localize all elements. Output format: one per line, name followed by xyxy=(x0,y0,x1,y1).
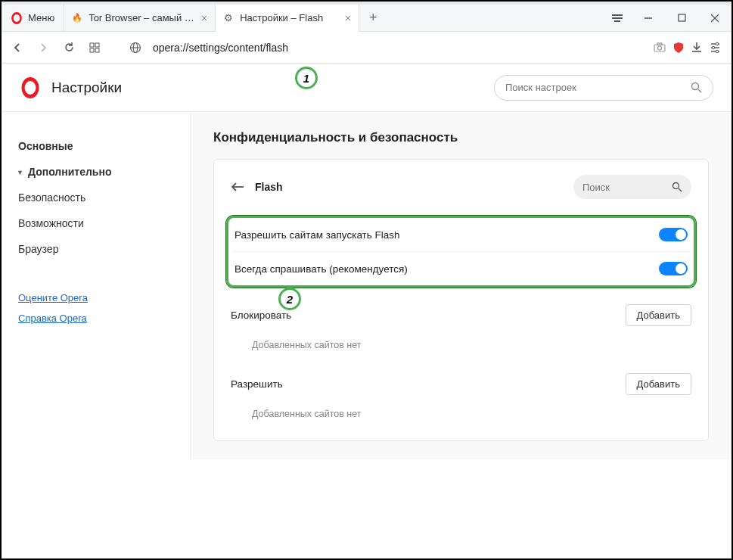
reload-icon xyxy=(64,42,75,53)
opera-logo-icon xyxy=(11,12,23,24)
toggle-switch[interactable] xyxy=(659,228,688,241)
svg-rect-6 xyxy=(90,48,94,52)
adblock-button[interactable] xyxy=(673,42,684,54)
annotation-marker-1: 1 xyxy=(295,67,318,89)
sidebar-link-rate[interactable]: Оцените Opera xyxy=(18,288,173,308)
tor-favicon-icon: 🔥 xyxy=(72,13,82,23)
titlebar: Меню 🔥 Tor Browser – самый защи × ⚙ Наст… xyxy=(2,5,731,32)
opera-logo-large-icon xyxy=(20,77,41,98)
svg-point-21 xyxy=(716,50,719,53)
svg-line-26 xyxy=(679,188,682,191)
chevron-right-icon xyxy=(38,42,48,53)
close-tab-icon[interactable]: × xyxy=(201,12,207,24)
maximize-icon xyxy=(678,14,686,22)
chevron-left-icon xyxy=(12,42,23,53)
site-info-icon[interactable] xyxy=(126,38,145,58)
svg-rect-4 xyxy=(90,43,94,47)
arrow-left-icon xyxy=(231,182,244,192)
address-bar: opera://settings/content/flash xyxy=(2,32,731,64)
svg-point-25 xyxy=(673,183,679,189)
settings-search-input[interactable] xyxy=(505,82,672,93)
svg-point-22 xyxy=(692,83,699,90)
marker-num: 2 xyxy=(287,293,293,306)
toggle-always-ask: Всегда спрашивать (рекомендуется) xyxy=(233,251,689,285)
sidebar-link-help[interactable]: Справка Opera xyxy=(18,308,173,328)
menu-label: Меню xyxy=(28,12,54,23)
svg-point-20 xyxy=(712,46,715,49)
close-tab-icon[interactable]: × xyxy=(345,12,351,24)
toggle-label: Всегда спрашивать (рекомендуется) xyxy=(234,263,408,275)
speed-dial-button[interactable] xyxy=(85,38,104,58)
window-minimize-button[interactable] xyxy=(632,5,665,31)
nav-forward-button[interactable] xyxy=(33,38,53,58)
menu-button[interactable]: Меню xyxy=(2,5,64,31)
sidebar-item-advanced[interactable]: ▾ Дополнительно xyxy=(18,159,173,185)
globe-icon xyxy=(129,42,141,54)
sidebar-item-security[interactable]: Безопасность xyxy=(18,185,173,210)
svg-rect-7 xyxy=(95,48,99,52)
settings-content: Конфиденциальность и безопасность Flash xyxy=(191,112,731,459)
downloads-button[interactable] xyxy=(691,42,702,53)
easy-setup-right-button[interactable] xyxy=(710,42,721,53)
highlight-annotation: Разрешить сайтам запускать Flash Всегда … xyxy=(226,216,696,288)
sidebar-item-browser[interactable]: Браузер xyxy=(18,236,173,262)
block-list-section: Блокировать Добавить Добавленных сайтов … xyxy=(231,304,691,356)
allow-empty-text: Добавленных сайтов нет xyxy=(231,395,691,425)
block-title: Блокировать xyxy=(231,310,291,321)
grid-icon xyxy=(89,42,100,53)
svg-rect-13 xyxy=(657,43,662,45)
marker-num: 1 xyxy=(303,72,309,85)
annotation-marker-2: 2 xyxy=(278,288,301,310)
shield-icon xyxy=(673,42,684,54)
new-tab-button[interactable]: + xyxy=(359,5,387,31)
card-search[interactable] xyxy=(573,175,691,199)
toggle-switch[interactable] xyxy=(659,262,688,275)
tab-label: Настройки – Flash xyxy=(240,12,339,23)
settings-header: Настройки xyxy=(2,64,731,112)
url-field[interactable]: opera://settings/content/flash xyxy=(151,42,288,54)
card-title: Flash xyxy=(255,181,283,193)
window-close-button[interactable] xyxy=(698,5,731,31)
download-icon xyxy=(691,42,702,53)
block-empty-text: Добавленных сайтов нет xyxy=(231,326,691,356)
svg-point-19 xyxy=(716,42,719,45)
sidebar-advanced-label: Дополнительно xyxy=(28,166,111,178)
search-icon xyxy=(672,182,682,192)
tab-tor-browser[interactable]: 🔥 Tor Browser – самый защи × xyxy=(64,5,216,31)
sidebar-item-basic[interactable]: Основные xyxy=(18,133,173,159)
nav-back-button[interactable] xyxy=(8,38,27,58)
svg-rect-11 xyxy=(654,45,665,51)
allow-add-button[interactable]: Добавить xyxy=(626,373,691,395)
tab-label: Tor Browser – самый защи xyxy=(89,12,195,23)
gear-favicon-icon: ⚙ xyxy=(223,13,234,23)
toggle-allow-flash: Разрешить сайтам запускать Flash xyxy=(233,218,689,251)
tab-settings-flash[interactable]: ⚙ Настройки – Flash × xyxy=(216,5,359,32)
search-icon xyxy=(691,82,702,93)
sidebar-item-features[interactable]: Возможности xyxy=(18,210,173,236)
easy-setup-button[interactable] xyxy=(603,5,632,31)
window-maximize-button[interactable] xyxy=(665,5,698,31)
snapshot-button[interactable] xyxy=(654,42,666,52)
svg-point-12 xyxy=(658,46,662,50)
card-search-input[interactable] xyxy=(582,182,666,193)
settings-sidebar: Основные ▾ Дополнительно Безопасность Во… xyxy=(2,112,191,459)
card-back-button[interactable] xyxy=(231,182,244,192)
allow-title: Разрешить xyxy=(231,378,283,390)
block-add-button[interactable]: Добавить xyxy=(626,304,691,326)
settings-search[interactable] xyxy=(494,75,713,101)
camera-icon xyxy=(654,42,666,52)
svg-rect-1 xyxy=(679,14,685,21)
svg-line-23 xyxy=(698,89,701,92)
page-title: Настройки xyxy=(51,79,122,96)
close-icon xyxy=(710,14,719,23)
reload-button[interactable] xyxy=(59,38,79,58)
section-heading: Конфиденциальность и безопасность xyxy=(213,130,709,145)
minimize-icon xyxy=(644,14,653,23)
allow-list-section: Разрешить Добавить Добавленных сайтов не… xyxy=(231,373,691,425)
toggle-label: Разрешить сайтам запускать Flash xyxy=(234,229,400,241)
sliders-icon xyxy=(710,42,721,53)
svg-rect-5 xyxy=(95,43,99,47)
chevron-down-icon: ▾ xyxy=(18,168,22,176)
